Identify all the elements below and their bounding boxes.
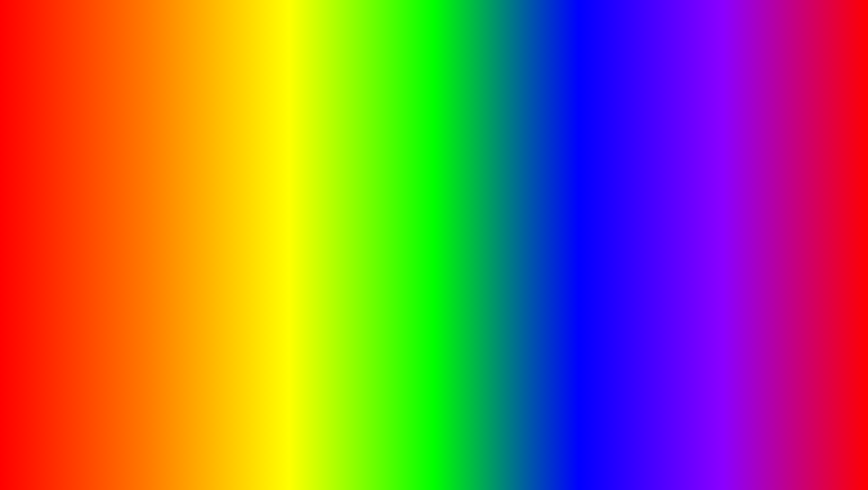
select-mobs-desc: mobs (or Boss) to auto farm xyxy=(361,278,428,282)
nav-auto-farm-r[interactable]: Auto Farm xyxy=(290,226,355,234)
select-mobs-title: Select Mobs (or Boss): None xyxy=(361,272,428,277)
nav-points-r[interactable]: Points xyxy=(290,211,355,218)
user-icon-left[interactable]: ☺ xyxy=(294,128,299,133)
win-title-text-right: Bell xyxy=(368,169,376,174)
nav-misc[interactable]: Misc xyxy=(126,156,184,164)
auto-farm-level-item: Auto Farm Level Auto farm level for you. xyxy=(355,194,522,213)
nav-server-id-r[interactable]: Server Id xyxy=(290,179,355,187)
auto-farm-nearest-title: Auto Farm Nearest xyxy=(361,216,407,222)
nav-farm-section-r[interactable]: ▾ Farm xyxy=(290,202,355,211)
toggle-knob-nearest xyxy=(505,219,510,224)
nav-config-farm-r[interactable]: Config Farm xyxy=(290,218,355,226)
minimize-btn-right[interactable]: ▢ xyxy=(495,168,501,174)
user-icon-right[interactable]: ☺ xyxy=(476,168,481,174)
farm-gun-mastery-header: Farm Gun Mastery Auto farm gun mastery f… xyxy=(361,235,517,245)
auto-farm-section-title: Auto Farm xyxy=(355,183,522,194)
nav-farm[interactable]: ▸ Farm xyxy=(126,230,184,238)
toggle-knob-fruit xyxy=(505,256,510,261)
nav-hop-config[interactable]: ▸ Hop/Config xyxy=(126,139,184,147)
farm-fruit-mastery-toggle[interactable] xyxy=(504,255,517,262)
nav-main[interactable]: ▾ Main xyxy=(126,147,184,156)
bookmark-icon-left[interactable]: ⚑ xyxy=(306,128,311,134)
nav-mirage-r[interactable]: Mirage,discord stuff xyxy=(290,187,355,195)
auto-farm-nearest-info: Auto Farm Nearest Auto nearest mob for y… xyxy=(361,216,407,227)
toggle-knob-gun xyxy=(505,237,510,243)
auto-farm-nearest-toggle[interactable] xyxy=(504,218,517,225)
right-content-panel-right: ‹ Bell i ☺ ● ⚑ ▢ □ ✕ Auto Farm xyxy=(355,164,522,297)
select-mobs-header: Select Mobs (or Boss): None mobs (or Bos… xyxy=(361,272,517,282)
nav-config-r[interactable]: Config xyxy=(290,195,355,202)
info-icon-right[interactable]: i xyxy=(468,168,474,174)
nav-farm-sea2-r[interactable]: Farm Sea 2 xyxy=(290,241,355,249)
auto-farm-level-info: Auto Farm Level Auto farm level for you. xyxy=(361,198,403,209)
nav-celebration[interactable]: Celebration Event [ENDED] xyxy=(126,171,184,184)
hub-title-left: © HOHO HUB xyxy=(130,127,180,134)
script-text: SCRIPT xyxy=(398,428,565,477)
refresh-mobs-btn[interactable]: Refresh Mobs (or Boss) xyxy=(361,290,422,298)
farm-gun-mastery-toggle[interactable] xyxy=(504,237,517,243)
nav-mirage[interactable]: Mirage,discord stuff xyxy=(126,222,184,230)
info-icon-left[interactable]: i xyxy=(286,128,291,134)
background: FRUITS BLOX FRUITS © HOHO HUB ▸ Hop/Conf… xyxy=(4,4,864,486)
auto-farm-nearest-desc: Auto nearest mob for you. xyxy=(361,223,407,227)
farm-gun-mastery-info: Farm Gun Mastery Auto farm gun mastery f… xyxy=(361,235,416,245)
auto-farm-title: Auto Farm xyxy=(361,183,392,190)
minimize-btn-left[interactable]: ▢ xyxy=(313,127,319,134)
farm-gun-mastery-item: Farm Gun Mastery Auto farm gun mastery f… xyxy=(355,231,522,249)
nav-another-farm-r[interactable]: Another Farm xyxy=(290,257,355,264)
nav-troll[interactable]: Troll xyxy=(126,207,184,214)
bookmark-icon-right[interactable]: ⚑ xyxy=(488,168,493,174)
farm-fruit-mastery-header: Farm Fruit Mastery Auto farm fruit maste… xyxy=(361,253,517,264)
farm-fruit-mastery-info: Farm Fruit Mastery Auto farm fruit maste… xyxy=(361,253,416,264)
win-title-text-left: Welcome xyxy=(197,128,216,133)
christmas-event-title: Christmas Event xyxy=(191,143,334,150)
auto-farm-nearest-header: Auto Farm Nearest Auto nearest mob for y… xyxy=(361,216,517,227)
right-window-nav: Server Id Mirage,discord stuff Config ▾ … xyxy=(290,178,355,266)
nav-server-id[interactable]: Server Id xyxy=(126,214,184,222)
left-panel-header: © HOHO HUB xyxy=(126,124,184,137)
update-text: UPDATE xyxy=(66,428,250,477)
auto-farm-level-toggle[interactable] xyxy=(504,200,517,206)
auto-farm-level-desc: Auto farm level for you. xyxy=(361,204,403,209)
bottom-text: UPDATE XMAS SCRIPT PASTEBIN xyxy=(4,428,864,477)
nav-christmas[interactable]: Christmas Event xyxy=(126,164,184,171)
win-title-bar-right: Bell xyxy=(365,166,464,175)
farm-gun-mastery-desc: Auto farm gun mastery for you. xyxy=(361,241,416,245)
maximize-btn-left[interactable]: □ xyxy=(322,127,328,134)
nav-farm-sea1-r[interactable]: Farm Sea 1 xyxy=(290,234,355,241)
window-right: © HOHO HUB Server Id Mirage,discord stuf… xyxy=(289,163,523,298)
select-mobs-section: Select Mobs (or Boss): None mobs (or Bos… xyxy=(355,268,522,286)
hub-icon-right: © xyxy=(294,168,300,174)
close-btn-left[interactable]: ✕ xyxy=(330,127,336,134)
auto-farm-level-header: Auto Farm Level Auto farm level for you. xyxy=(361,198,517,209)
add-mob-btn[interactable]: + xyxy=(509,273,517,281)
bell-icon-right[interactable]: ● xyxy=(483,168,486,174)
nav-esp[interactable]: Esp xyxy=(126,199,184,207)
left-nav-panel: © HOHO HUB ▸ Hop/Config ▾ Main Misc Chri… xyxy=(126,124,184,270)
auto-farm-nearest-item: Auto Farm Nearest Auto nearest mob for y… xyxy=(355,213,522,231)
nav-raid[interactable]: ▸ Raid xyxy=(126,238,184,247)
farm-fruit-mastery-desc: Auto farm fruit mastery for you. xyxy=(361,259,416,264)
win-controls-left: i ☺ ● ⚑ ▢ □ ✕ xyxy=(286,127,336,134)
win-controls-right: i ☺ ● ⚑ ▢ □ ✕ xyxy=(468,168,519,174)
hub-icon-left: © xyxy=(130,128,136,134)
candies-count: Candies: 549 xyxy=(191,153,334,158)
close-btn-right[interactable]: ✕ xyxy=(512,168,519,174)
win-title-bar-left: Welcome xyxy=(194,126,282,135)
win-header-right: ‹ Bell i ☺ ● ⚑ ▢ □ ✕ xyxy=(355,164,522,178)
nav-farm-sea3-r[interactable]: Farm Sea 3 xyxy=(290,249,355,257)
maximize-btn-right[interactable]: □ xyxy=(504,168,510,174)
back-btn-left[interactable]: ‹ xyxy=(188,127,190,134)
bell-icon-left[interactable]: ● xyxy=(301,128,304,133)
auto-farm-level-title: Auto Farm Level xyxy=(361,198,403,203)
auto-farm-content: Auto Farm Auto Farm Level Auto farm leve… xyxy=(355,178,522,298)
black-hole-decoration xyxy=(298,392,352,446)
nav-shop[interactable]: Shop xyxy=(126,192,184,199)
nav-devil-fruit[interactable]: Devil Fruit xyxy=(126,184,184,192)
left-nav: ▸ Hop/Config ▾ Main Misc Christmas Event… xyxy=(126,137,184,257)
back-btn-right[interactable]: ‹ xyxy=(359,167,361,174)
nav-setting[interactable]: ⚙ Setting xyxy=(126,247,184,255)
farm-gun-mastery-title: Farm Gun Mastery xyxy=(361,235,416,240)
farm-fruit-mastery-item: Farm Fruit Mastery Auto farm fruit maste… xyxy=(355,249,522,268)
left-nav-panel-right: © HOHO HUB Server Id Mirage,discord stuf… xyxy=(290,164,355,297)
